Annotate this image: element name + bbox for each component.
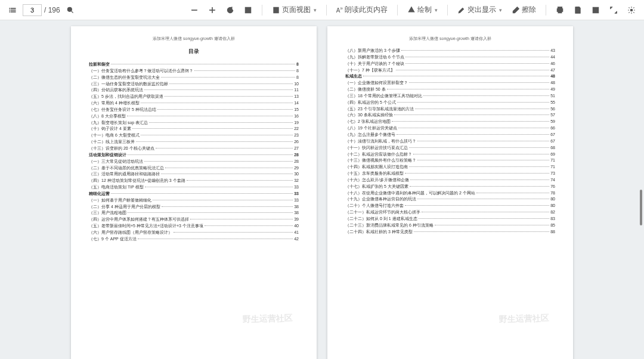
toc-entry: （二十三）新消费品牌私域常见的 6 种引流策略85 bbox=[345, 222, 555, 229]
toc-entry: （十三）设变群的 20 个核心关键点27 bbox=[89, 146, 299, 152]
toc-entry: （五）电商活动策划 TIP 模型33 bbox=[89, 184, 299, 191]
toc-entry: （二十）个人微信号打造六件套80 bbox=[345, 203, 555, 209]
read-aloud-button[interactable]: A»朗读此页内容 bbox=[333, 3, 391, 17]
toc-title: 目录 bbox=[89, 48, 299, 55]
toc-entry: （三）一场任务宝裂变活动的数据监控指标10 bbox=[89, 81, 299, 88]
toc-entry: （二）微信生态的任务宝裂变玩法大全8 bbox=[89, 75, 299, 81]
toc-entry: （三）活动常用的通用路径和链路路径30 bbox=[89, 171, 299, 178]
toc-entry: （二十二）如何从 0 到 1 搭建私域生态83 bbox=[345, 216, 555, 222]
toc-entry: （八）8 大分享模型16 bbox=[89, 113, 299, 120]
toc-entry: 精细化运营33 bbox=[89, 191, 299, 197]
toc-entry: 私域生态48 bbox=[345, 73, 555, 80]
rotate-icon[interactable] bbox=[222, 4, 238, 16]
toc-entry: （十一）7 种【获客方式】47 bbox=[345, 67, 555, 74]
draw-button[interactable]: 绘制▾ bbox=[404, 3, 441, 17]
toc-entry: （六）30 条私域实操经验57 bbox=[345, 112, 555, 119]
toc-entry: （十六）怎么双开/多开微信和企微74 bbox=[345, 177, 555, 184]
toc-entry: （七）任务宝任务设计 5 种玩法总结15 bbox=[89, 107, 299, 113]
watermark: 野生运营社区 bbox=[499, 313, 550, 326]
svg-point-13 bbox=[630, 9, 633, 11]
page-right: 添加米理人微信 songyue-growth 邀请你入群 （八）新用户激活的 3… bbox=[327, 26, 573, 359]
toc-entry: （九）怎么注册多个微信号67 bbox=[345, 132, 555, 138]
total-pages: / 196 bbox=[44, 6, 60, 14]
svg-rect-11 bbox=[577, 7, 580, 8]
toc-entry: （四）12 种活动策划常使玩法+促编创意的 3 个套路32 bbox=[89, 178, 299, 184]
erase-button[interactable]: 擦除 bbox=[508, 3, 540, 17]
toc-entry: （十四）私域朋友圈人设打造指南71 bbox=[345, 164, 555, 171]
svg-rect-6 bbox=[274, 7, 276, 13]
toc-entry: （六）常用的 4 种增长模型14 bbox=[89, 100, 299, 107]
toc-entry: （三）18 个常用的企微管理工具功能对比51 bbox=[345, 93, 555, 100]
toc-entry: （十）关于用户访谈的 7 个秘诀46 bbox=[345, 61, 555, 67]
toc-entry: （九）拆解老带新活动 6 个节点44 bbox=[345, 54, 555, 61]
toc-entry: （一）如何基于用户标签做精细化33 bbox=[89, 197, 299, 204]
highlight-button[interactable]: 突出显示▾ bbox=[454, 3, 506, 17]
toc-entry: （十一）快闪群运营技巧要点汇总68 bbox=[345, 145, 555, 151]
pdf-toolbar: / 196 页面视图▾ A»朗读此页内容 绘制▾ 突出显示▾ 擦除 bbox=[0, 0, 644, 20]
page-number-input[interactable] bbox=[23, 4, 42, 16]
toc-entry: （四）分销员获客的系统玩法11 bbox=[89, 87, 299, 94]
toc-entry: （四）私域运营的 5 个公式55 bbox=[345, 100, 555, 106]
document-viewer[interactable]: 添加米理人微信 songyue-growth 邀请你入群 目录 拉新和裂变8（一… bbox=[0, 20, 644, 359]
zoom-in-icon[interactable] bbox=[205, 4, 220, 16]
toc-entry: 活动策划和促销设计28 bbox=[89, 152, 299, 159]
toc-entry: （八）新用户激活的 3 个步骤43 bbox=[345, 48, 555, 54]
scrollbar-thumb[interactable] bbox=[640, 190, 642, 225]
toc-entry: （九）裂变增长策划 sop 表汇总19 bbox=[89, 120, 299, 126]
toc-entry: （十二）私域运营应该做什么指标？69 bbox=[345, 151, 555, 158]
toc-entry: （二十四）私域社群的 3 种常见类型88 bbox=[345, 229, 555, 236]
toc-entry: （二）分享 4 种适用于用户分层的模型38 bbox=[89, 204, 299, 211]
toc-entry: （十七）私域扩张的 5 大关键因素76 bbox=[345, 184, 555, 190]
settings-icon[interactable] bbox=[624, 4, 639, 16]
toc-entry: （十二）线上流量三板斧26 bbox=[89, 139, 299, 146]
toc-entry: （十）钩子设计 4 要素22 bbox=[89, 126, 299, 132]
toc-entry: （一）任务宝活动有什么参考？做活动可以送什么诱饵？8 bbox=[89, 68, 299, 75]
toc-entry: （五）老带新最佳时间+5 种常见方法+活动设计+3 个注意事项40 bbox=[89, 223, 299, 230]
toc-entry: （八）19 个社群运营关键点66 bbox=[345, 125, 555, 132]
toc-entry: （七）9 个 APP 促活方法42 bbox=[89, 236, 299, 243]
print-icon[interactable] bbox=[552, 4, 568, 16]
toc-entry: （二十一）私域运营环节的两大核心抓手82 bbox=[345, 209, 555, 216]
toc-entry: （四）运营中用户体系如何搭建？有五种体系可供选择39 bbox=[89, 216, 299, 223]
annotate-icon[interactable] bbox=[588, 4, 603, 16]
svg-rect-2 bbox=[191, 10, 197, 10]
page-view-button[interactable]: 页面视图▾ bbox=[268, 3, 320, 17]
svg-rect-5 bbox=[245, 7, 250, 13]
toc-entry: （十九）企业微信各种运营目的的玩法80 bbox=[345, 196, 555, 203]
toc-entry: （十）须信引流到私域，有什么技巧？67 bbox=[345, 138, 555, 145]
svg-rect-7 bbox=[276, 7, 278, 13]
svg-point-0 bbox=[67, 7, 72, 11]
toc-entry: （二）基于不同场景的优惠策略玩法汇总29 bbox=[89, 165, 299, 172]
watermark: 野生运营社区 bbox=[243, 313, 293, 326]
page-header: 添加米理人微信 songyue-growth 邀请你入群 bbox=[345, 36, 555, 42]
toc-entry: 拉新和裂变8 bbox=[89, 61, 299, 68]
toc-entry: （三）用户流程地图38 bbox=[89, 210, 299, 216]
fit-page-icon[interactable] bbox=[240, 4, 256, 16]
save-icon[interactable] bbox=[570, 4, 586, 16]
toc-entry: （五）5 步法，找到合适的用户获取渠道13 bbox=[89, 94, 299, 100]
toc-entry: （一）企业微信如何设置群裂变？48 bbox=[345, 80, 555, 86]
svg-rect-10 bbox=[558, 11, 562, 13]
page-header: 添加米理人微信 songyue-growth 邀请你入群 bbox=[89, 36, 299, 42]
toc-entry: （五）23 个引导加私域流量池的方法56 bbox=[345, 106, 555, 113]
toc-entry: （七）2 张私域运营地图59 bbox=[345, 119, 555, 125]
search-icon[interactable] bbox=[63, 4, 78, 16]
toc-entry: （十八）在使用企业微信中遇到的各种问题，可以解决问题的 2 个网站78 bbox=[345, 190, 555, 197]
outline-toggle[interactable] bbox=[5, 4, 20, 16]
svg-line-1 bbox=[71, 11, 73, 13]
zoom-out-icon[interactable] bbox=[187, 4, 202, 16]
svg-rect-4 bbox=[212, 7, 212, 13]
fullscreen-icon[interactable] bbox=[606, 4, 621, 16]
toc-entry: （十一）电商 6 大裂变模式23 bbox=[89, 132, 299, 139]
toc-entry: （一）三大常见促销活动玩法28 bbox=[89, 159, 299, 165]
toc-entry: （六）用户留存路线图（用户留存策略设计）41 bbox=[89, 230, 299, 236]
toc-entry: （十五）亲车类服务的私域模型73 bbox=[345, 171, 555, 177]
toc-entry: （二）微信搜群 50 条49 bbox=[345, 86, 555, 93]
page-left: 添加米理人微信 songyue-growth 邀请你入群 目录 拉新和裂变8（一… bbox=[71, 26, 317, 359]
toc-entry: （十三）微信视频外有什么引粉策略？71 bbox=[345, 157, 555, 164]
